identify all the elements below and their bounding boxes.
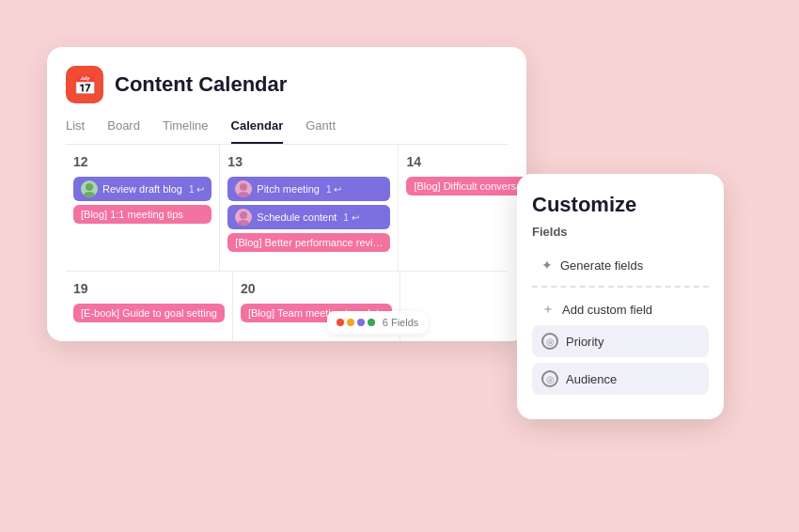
plus-icon: ＋ — [541, 301, 555, 318]
divider — [532, 286, 709, 288]
calendar-icon: 📅 — [73, 73, 97, 96]
svg-point-3 — [238, 192, 249, 197]
priority-field[interactable]: ◎ Priority — [532, 325, 709, 357]
dot-red — [337, 319, 344, 326]
event-text: [Blog] 1:1 meeting tips — [81, 209, 183, 220]
avatar-1 — [81, 180, 98, 197]
tab-calendar[interactable]: Calendar — [231, 118, 284, 144]
customize-card: Customize Fields ✦ Generate fields ＋ Add… — [517, 174, 724, 419]
add-custom-field-label: Add custom field — [562, 303, 652, 317]
tab-timeline[interactable]: Timeline — [163, 118, 209, 144]
day-13: 13 Pitch meeting 1 ↩ Schedule content 1 … — [220, 145, 399, 271]
fields-section-label: Fields — [532, 225, 709, 239]
avatar-2 — [235, 180, 252, 197]
day-number-19: 19 — [73, 281, 225, 296]
audience-field[interactable]: ◎ Audience — [532, 363, 709, 395]
event-text: Schedule content — [257, 211, 337, 223]
dot-green — [368, 319, 375, 326]
audience-label: Audience — [566, 372, 617, 386]
nav-tabs: List Board Timeline Calendar Gantt — [66, 118, 508, 145]
svg-point-1 — [84, 192, 95, 197]
customize-title: Customize — [532, 193, 709, 217]
event-text: [E-book] Guide to goal setting — [81, 307, 217, 319]
tab-board[interactable]: Board — [107, 118, 140, 144]
generate-fields-row[interactable]: ✦ Generate fields — [532, 250, 709, 280]
event-blog-performance[interactable]: [Blog] Better performance revi… — [227, 233, 390, 252]
add-custom-field-row[interactable]: ＋ Add custom field — [532, 293, 709, 325]
event-text: [Blog] Better performance revi… — [235, 237, 383, 248]
svg-point-2 — [240, 183, 247, 191]
day-number-14: 14 — [406, 154, 544, 169]
app-icon: 📅 — [66, 66, 103, 103]
app-title: Content Calendar — [115, 72, 287, 97]
calendar-week2: 19 [E-book] Guide to goal setting 20 [Bl… — [66, 271, 508, 341]
fields-count: 6 Fields — [383, 317, 419, 328]
svg-point-0 — [86, 183, 93, 191]
day-number-12: 12 — [73, 154, 212, 169]
day-20: 20 [Blog] Team meeting template 6 Fields — [233, 271, 400, 341]
card-header: 📅 Content Calendar — [66, 66, 508, 103]
event-pitch-meeting[interactable]: Pitch meeting 1 ↩ — [227, 177, 390, 201]
generate-fields-label: Generate fields — [560, 258, 643, 273]
audience-icon: ◎ — [541, 370, 558, 387]
day-number-13: 13 — [227, 154, 390, 169]
calendar-card: 📅 Content Calendar List Board Timeline C… — [47, 47, 526, 341]
calendar-week1: 12 Review draft blog 1 ↩ [Blog] 1:1 meet… — [66, 145, 508, 271]
fields-badge[interactable]: 6 Fields — [327, 311, 429, 334]
svg-point-4 — [240, 211, 247, 219]
dots-icon — [337, 319, 375, 326]
event-ebook-guide[interactable]: [E-book] Guide to goal setting — [73, 304, 225, 322]
avatar-3 — [235, 209, 252, 226]
event-text: Pitch meeting — [257, 183, 320, 195]
event-badge: 1 ↩ — [189, 184, 204, 195]
priority-label: Priority — [566, 335, 603, 349]
dot-purple — [357, 319, 365, 326]
tab-list[interactable]: List — [66, 118, 85, 144]
event-text: Review draft blog — [102, 183, 182, 195]
svg-point-5 — [238, 220, 249, 226]
event-schedule-content[interactable]: Schedule content 1 ↩ — [227, 205, 390, 229]
day-19: 19 [E-book] Guide to goal setting — [66, 271, 233, 341]
dot-orange — [347, 319, 354, 326]
event-badge: 1 ↩ — [343, 212, 358, 223]
tab-gantt[interactable]: Gantt — [306, 118, 336, 144]
day-12: 12 Review draft blog 1 ↩ [Blog] 1:1 meet… — [66, 145, 220, 271]
day-number-20: 20 — [241, 281, 392, 296]
event-badge: 1 ↩ — [326, 184, 341, 195]
priority-icon: ◎ — [541, 333, 558, 350]
event-review-draft-blog[interactable]: Review draft blog 1 ↩ — [73, 177, 212, 201]
sparkle-icon: ✦ — [541, 258, 553, 273]
event-blog-meeting-tips[interactable]: [Blog] 1:1 meeting tips — [73, 205, 212, 224]
